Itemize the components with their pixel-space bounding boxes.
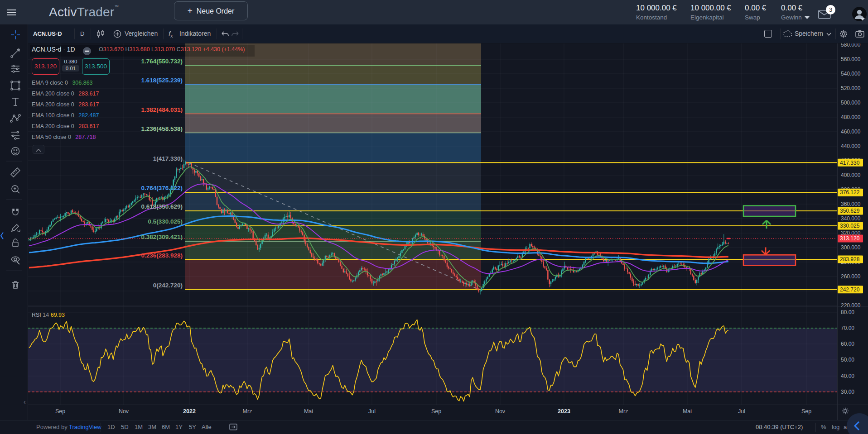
svg-text:520.000: 520.000 — [841, 85, 861, 91]
svg-text:2023: 2023 — [558, 408, 570, 415]
svg-text:Mai: Mai — [683, 408, 692, 415]
svg-text:480.000: 480.000 — [841, 114, 861, 120]
svg-text:0.764(376.122): 0.764(376.122) — [141, 185, 183, 191]
svg-text:0.5(330.025): 0.5(330.025) — [148, 218, 183, 225]
svg-text:440.000: 440.000 — [841, 143, 861, 149]
svg-text:40.00: 40.00 — [841, 373, 854, 379]
svg-text:Jul: Jul — [738, 408, 745, 415]
svg-text:1(417.330): 1(417.330) — [153, 155, 183, 162]
svg-text:Nov: Nov — [119, 408, 129, 415]
svg-text:1.618(525.239): 1.618(525.239) — [141, 77, 183, 84]
svg-text:330.025: 330.025 — [840, 223, 860, 229]
svg-text:0.382(309.421): 0.382(309.421) — [141, 234, 183, 240]
svg-text:Sep: Sep — [55, 408, 65, 415]
svg-text:540.000: 540.000 — [841, 71, 861, 77]
svg-text:Mrz: Mrz — [243, 408, 252, 415]
svg-text:560.000: 560.000 — [841, 56, 861, 62]
svg-text:500.000: 500.000 — [841, 100, 861, 106]
svg-text:80.00: 80.00 — [841, 309, 854, 315]
svg-text:313.120: 313.120 — [840, 235, 860, 242]
svg-text:350.629: 350.629 — [840, 208, 860, 214]
svg-text:Sep: Sep — [801, 408, 811, 415]
svg-text:0.236(283.928): 0.236(283.928) — [141, 252, 183, 259]
svg-text:70.00: 70.00 — [841, 325, 854, 331]
svg-text:340.000: 340.000 — [841, 215, 861, 222]
svg-text:Mai: Mai — [304, 408, 313, 415]
svg-text:376.122: 376.122 — [840, 189, 860, 196]
svg-text:400.000: 400.000 — [841, 172, 861, 178]
svg-text:260.000: 260.000 — [841, 273, 861, 280]
svg-text:Mrz: Mrz — [619, 408, 628, 415]
svg-text:1.764(550.732): 1.764(550.732) — [141, 58, 183, 65]
svg-text:Sep: Sep — [431, 408, 441, 415]
svg-text:417.330: 417.330 — [840, 160, 860, 166]
svg-text:Jul: Jul — [368, 408, 376, 415]
svg-text:300.000: 300.000 — [841, 244, 861, 251]
svg-text:1.236(458.538): 1.236(458.538) — [141, 125, 183, 132]
svg-text:242.720: 242.720 — [840, 286, 860, 293]
svg-text:2022: 2022 — [183, 408, 196, 415]
svg-text:0(242.720): 0(242.720) — [153, 282, 183, 289]
svg-text:Nov: Nov — [495, 408, 506, 415]
svg-text:30.00: 30.00 — [841, 389, 854, 395]
svg-text:50.00: 50.00 — [841, 357, 854, 363]
svg-text:RSI 14 69.93: RSI 14 69.93 — [32, 312, 65, 318]
svg-text:1.382(484.031): 1.382(484.031) — [141, 106, 183, 113]
svg-text:360.000: 360.000 — [841, 201, 861, 207]
svg-text:60.00: 60.00 — [841, 341, 854, 347]
svg-text:220.000: 220.000 — [841, 302, 861, 309]
svg-text:0.618(350.629): 0.618(350.629) — [141, 203, 183, 210]
svg-text:460.000: 460.000 — [841, 129, 861, 135]
svg-text:283.928: 283.928 — [840, 256, 860, 262]
